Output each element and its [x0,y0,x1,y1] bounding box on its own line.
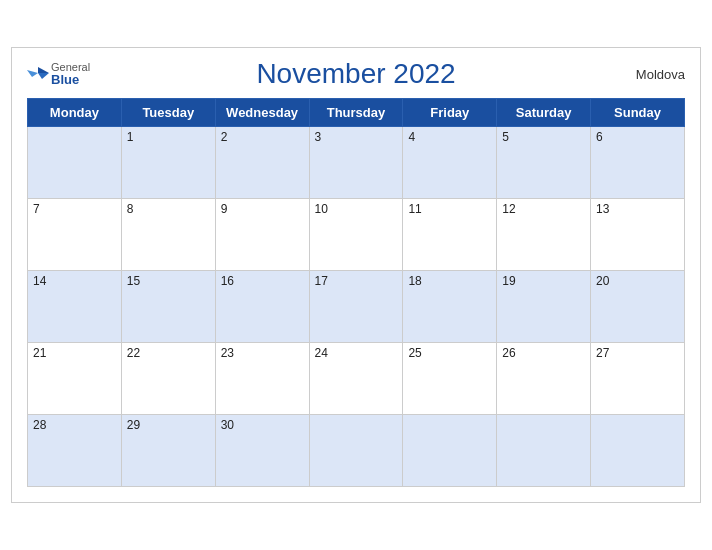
days-header-row: Monday Tuesday Wednesday Thursday Friday… [28,99,685,127]
day-number: 27 [596,346,679,360]
day-number: 23 [221,346,304,360]
logo-blue: Blue [51,73,90,86]
day-cell: 20 [591,271,685,343]
day-cell [28,127,122,199]
calendar-body: 1234567891011121314151617181920212223242… [28,127,685,487]
month-title: November 2022 [256,58,455,90]
day-number: 19 [502,274,585,288]
day-cell: 6 [591,127,685,199]
day-number: 12 [502,202,585,216]
day-cell: 8 [121,199,215,271]
day-cell: 4 [403,127,497,199]
day-cell: 27 [591,343,685,415]
day-number: 30 [221,418,304,432]
day-cell: 23 [215,343,309,415]
day-cell: 21 [28,343,122,415]
day-number: 18 [408,274,491,288]
logo-bird-icon [27,65,49,83]
col-tuesday: Tuesday [121,99,215,127]
day-cell: 15 [121,271,215,343]
day-number: 1 [127,130,210,144]
calendar: General Blue November 2022 Moldova Monda… [11,47,701,503]
day-cell: 26 [497,343,591,415]
col-friday: Friday [403,99,497,127]
day-cell: 1 [121,127,215,199]
day-number: 2 [221,130,304,144]
day-number: 29 [127,418,210,432]
day-cell: 29 [121,415,215,487]
day-number: 9 [221,202,304,216]
day-cell: 9 [215,199,309,271]
day-cell: 12 [497,199,591,271]
svg-marker-1 [27,70,38,77]
day-cell [309,415,403,487]
day-cell: 19 [497,271,591,343]
day-cell: 28 [28,415,122,487]
day-number: 25 [408,346,491,360]
day-cell: 11 [403,199,497,271]
logo-text: General Blue [51,62,90,86]
day-cell [591,415,685,487]
day-cell: 10 [309,199,403,271]
logo: General Blue [27,62,90,86]
week-row-5: 282930 [28,415,685,487]
col-thursday: Thursday [309,99,403,127]
week-row-2: 78910111213 [28,199,685,271]
day-cell: 25 [403,343,497,415]
day-number: 20 [596,274,679,288]
col-sunday: Sunday [591,99,685,127]
day-cell: 18 [403,271,497,343]
day-cell: 30 [215,415,309,487]
day-number: 13 [596,202,679,216]
week-row-1: 123456 [28,127,685,199]
day-cell: 16 [215,271,309,343]
day-number: 7 [33,202,116,216]
week-row-3: 14151617181920 [28,271,685,343]
day-number: 8 [127,202,210,216]
day-cell: 14 [28,271,122,343]
day-number: 5 [502,130,585,144]
day-number: 10 [315,202,398,216]
day-number: 4 [408,130,491,144]
week-row-4: 21222324252627 [28,343,685,415]
col-wednesday: Wednesday [215,99,309,127]
day-number: 26 [502,346,585,360]
calendar-header: General Blue November 2022 Moldova [27,58,685,90]
day-cell: 5 [497,127,591,199]
day-cell [497,415,591,487]
col-saturday: Saturday [497,99,591,127]
day-cell: 3 [309,127,403,199]
col-monday: Monday [28,99,122,127]
day-cell: 13 [591,199,685,271]
day-cell: 7 [28,199,122,271]
day-number: 11 [408,202,491,216]
day-number: 16 [221,274,304,288]
day-cell: 24 [309,343,403,415]
day-number: 17 [315,274,398,288]
calendar-thead: Monday Tuesday Wednesday Thursday Friday… [28,99,685,127]
country-label: Moldova [636,67,685,82]
day-cell: 2 [215,127,309,199]
day-number: 3 [315,130,398,144]
svg-marker-2 [38,73,49,79]
day-number: 14 [33,274,116,288]
day-number: 15 [127,274,210,288]
day-cell [403,415,497,487]
day-cell: 17 [309,271,403,343]
day-number: 6 [596,130,679,144]
day-number: 24 [315,346,398,360]
day-number: 28 [33,418,116,432]
svg-marker-0 [38,67,49,73]
day-number: 22 [127,346,210,360]
day-number: 21 [33,346,116,360]
day-cell: 22 [121,343,215,415]
calendar-table: Monday Tuesday Wednesday Thursday Friday… [27,98,685,487]
